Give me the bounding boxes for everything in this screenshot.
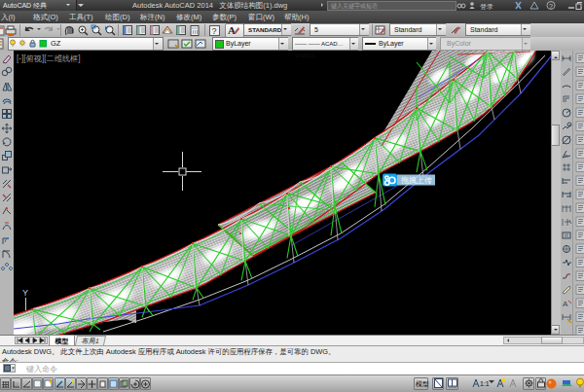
svg-text:A: A	[563, 300, 568, 308]
svg-text:A: A	[228, 24, 236, 36]
svg-text:Y: Y	[22, 288, 28, 298]
svg-text:登录: 登录	[480, 3, 493, 10]
svg-text:?: ?	[212, 26, 217, 36]
svg-text:?: ?	[549, 3, 553, 10]
svg-text:[-][俯视][二维线框]: [-][俯视][二维线框]	[17, 53, 81, 63]
svg-text:拖拽上传: 拖拽上传	[400, 176, 432, 185]
